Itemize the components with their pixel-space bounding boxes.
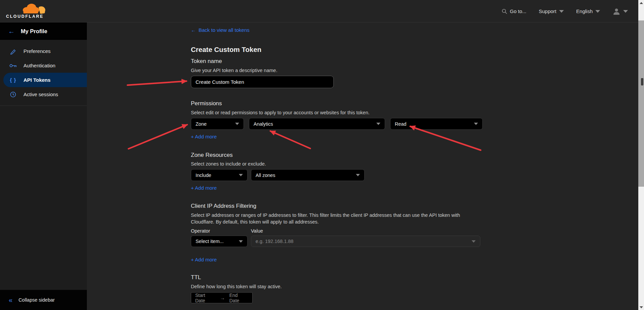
user-icon	[612, 7, 621, 15]
zone-dropdown[interactable]: Zone	[191, 118, 244, 130]
chevron-down-icon	[376, 123, 380, 125]
sidebar-item-label: Active sessions	[23, 91, 58, 97]
cloudflare-logo[interactable]: CLOUDFLARE	[6, 2, 46, 20]
permissions-add-more-link[interactable]: + Add more	[191, 134, 217, 139]
operator-select-placeholder: Select item...	[196, 239, 224, 244]
operator-label: Operator	[191, 228, 251, 234]
page-title: Create Custom Token	[191, 46, 638, 54]
sidebar-item-label: Preferences	[23, 48, 51, 54]
ip-filtering-field-labels: Operator Value	[191, 228, 638, 234]
ip-filtering-row: Select item... e.g. 192.168.1.88	[191, 236, 638, 247]
include-dropdown[interactable]: Include	[191, 169, 248, 181]
zone-resources-label: Zone Resources	[191, 152, 638, 159]
zone-resources-row: Include All zones	[191, 169, 638, 181]
all-zones-dropdown-value: All zones	[256, 173, 275, 178]
cloudflare-dashboard-page: CLOUDFLARE Go to... Support English	[0, 0, 644, 310]
chevron-down-icon	[239, 174, 243, 176]
ip-filtering-label: Client IP Address Filtering	[191, 203, 638, 209]
mouse-cursor	[641, 78, 643, 85]
support-label: Support	[539, 8, 556, 14]
chevron-down-icon	[235, 123, 239, 125]
sidebar-item-authentication[interactable]: Authentication	[0, 58, 87, 73]
top-navigation: Go to... Support English	[502, 0, 628, 22]
cloudflare-logo-text: CLOUDFLARE	[6, 14, 44, 19]
ip-value-placeholder: e.g. 192.168.1.88	[256, 239, 293, 244]
double-chevron-left-icon: «	[9, 297, 12, 303]
ttl-description: Define how long this token will stay act…	[191, 283, 638, 290]
operator-select[interactable]: Select item...	[191, 236, 248, 247]
sidebar-back-header[interactable]: ← My Profile	[0, 22, 87, 40]
cloudflare-cloud-icon	[21, 3, 46, 15]
go-to-search[interactable]: Go to...	[502, 8, 526, 14]
go-to-label: Go to...	[510, 8, 526, 14]
support-menu[interactable]: Support	[539, 8, 564, 14]
back-arrow-icon: ←	[8, 28, 15, 35]
permissions-description: Select edit or read permissions to apply…	[191, 109, 638, 116]
token-name-description: Give your API token a descriptive name.	[191, 67, 638, 74]
chevron-down-icon	[623, 10, 628, 13]
all-zones-dropdown[interactable]: All zones	[251, 169, 365, 181]
analytics-dropdown-value: Analytics	[254, 121, 273, 127]
chevron-down-icon	[472, 240, 476, 243]
key-icon	[9, 63, 17, 68]
sidebar-item-label: Authentication	[23, 63, 55, 68]
sidebar-nav: Preferences Authentication { } API T	[0, 40, 87, 106]
zone-resources-description: Select zones to include or exclude.	[191, 161, 638, 167]
search-icon	[502, 9, 507, 14]
read-dropdown-value: Read	[395, 121, 407, 127]
sidebar: ← My Profile Preferences	[0, 22, 87, 310]
pencil-icon	[9, 48, 17, 55]
account-menu[interactable]	[612, 7, 628, 15]
permissions-row: Zone Analytics Read	[191, 118, 638, 130]
ttl-date-range-button[interactable]: Start Date → End Date	[191, 292, 253, 303]
end-date-label: End Date	[229, 293, 248, 303]
zone-dropdown-value: Zone	[196, 121, 207, 127]
chevron-down-icon	[474, 123, 478, 125]
collapse-sidebar-label: Collapse sidebar	[18, 297, 55, 303]
scrollbar-up-arrow[interactable]	[638, 0, 644, 6]
language-label: English	[576, 8, 593, 14]
curly-braces-icon: { }	[9, 77, 17, 83]
page-scrollbar[interactable]	[638, 0, 644, 310]
chevron-down-icon	[239, 240, 243, 243]
language-menu[interactable]: English	[576, 8, 600, 14]
right-arrow-icon: →	[220, 295, 225, 301]
sidebar-item-api-tokens[interactable]: { } API Tokens	[3, 73, 87, 87]
permissions-label: Permissions	[191, 100, 638, 107]
chevron-down-icon	[559, 10, 564, 13]
top-bar: CLOUDFLARE Go to... Support English	[0, 0, 644, 22]
scrollbar-down-arrow[interactable]	[638, 304, 644, 310]
back-arrow-icon: ←	[191, 27, 196, 33]
collapse-sidebar-button[interactable]: « Collapse sidebar	[0, 290, 87, 310]
token-name-input[interactable]	[191, 76, 334, 88]
sidebar-item-label: API Tokens	[23, 77, 51, 83]
clock-icon	[9, 91, 17, 98]
token-name-label: Token name	[191, 58, 638, 65]
scrollbar-thumb[interactable]	[638, 20, 644, 187]
chevron-down-icon	[356, 174, 360, 176]
analytics-dropdown[interactable]: Analytics	[249, 118, 385, 130]
sidebar-item-active-sessions[interactable]: Active sessions	[0, 87, 87, 102]
ip-value-field[interactable]: e.g. 192.168.1.88	[251, 236, 480, 247]
chevron-down-icon	[595, 10, 600, 13]
sidebar-divider	[0, 106, 87, 106]
main-content: ← Back to view all tokens Create Custom …	[87, 22, 638, 310]
zone-resources-add-more-link[interactable]: + Add more	[191, 185, 217, 191]
sidebar-title: My Profile	[21, 28, 47, 35]
read-dropdown[interactable]: Read	[390, 118, 483, 130]
back-link-label: Back to view all tokens	[199, 27, 250, 33]
back-to-tokens-link[interactable]: ← Back to view all tokens	[191, 27, 250, 33]
ip-filtering-add-more-link[interactable]: + Add more	[191, 257, 217, 262]
start-date-label: Start Date	[195, 293, 216, 303]
value-label: Value	[251, 228, 263, 234]
include-dropdown-value: Include	[196, 173, 211, 178]
ttl-label: TTL	[191, 274, 638, 281]
ip-filtering-description: Select IP addresses or ranges of IP addr…	[191, 212, 479, 225]
sidebar-item-preferences[interactable]: Preferences	[0, 44, 87, 58]
